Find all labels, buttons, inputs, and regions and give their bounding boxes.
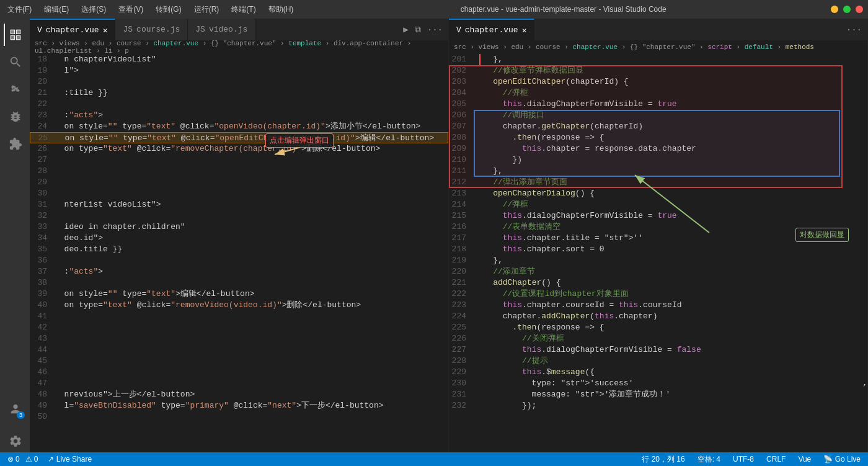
- more-actions-icon[interactable]: ···: [425, 24, 445, 36]
- line-number-right: 207: [449, 121, 474, 132]
- line-text: [55, 188, 448, 199]
- code-line-right-224: 224 chapter.addChapter(this.chapter): [449, 311, 867, 322]
- line-text-right: //提示: [474, 356, 867, 367]
- status-spaces[interactable]: 空格: 4: [695, 454, 723, 465]
- right-code-area[interactable]: 201 },202 //修改章节弹框数据回显203 openEditChatpe…: [449, 54, 867, 452]
- line-text-right: openEditChatper(chapterId) {: [474, 76, 867, 87]
- status-line-ending[interactable]: CRLF: [764, 455, 788, 464]
- code-line-left-23: 23 :"acts">: [30, 110, 448, 121]
- line-number-right: 209: [449, 143, 474, 155]
- line-text: :"acts">: [55, 266, 448, 277]
- minimize-button[interactable]: [831, 6, 838, 13]
- code-line-right-221: 221 addChapter() {: [449, 277, 867, 289]
- line-number-right: 219: [449, 255, 474, 266]
- code-line-left-44: 44: [30, 344, 448, 356]
- right-tabbar: V chapter.vue ✕ ···: [449, 19, 867, 40]
- tab-video-js[interactable]: JS video.js: [188, 19, 255, 40]
- status-go-live[interactable]: 📡 Go Live: [821, 455, 863, 464]
- line-number-right: 202: [449, 65, 474, 76]
- code-line-left-49: 49 l="saveBtnDisabled" type="primary" @c…: [30, 400, 448, 411]
- line-text-right: message: "str">'添加章节成功！': [474, 389, 867, 400]
- line-text: on style="" type="text" @click="openVide…: [55, 121, 448, 132]
- left-code-area[interactable]: 18 n chapterVideoList"19 l">2021 :title …: [30, 54, 448, 452]
- tab-chapter-vue-left[interactable]: V chapter.vue ✕: [30, 19, 115, 40]
- line-number: 20: [30, 76, 55, 87]
- line-text: on type="text" @click="removeChapter(cha…: [55, 143, 448, 155]
- line-number-right: 210: [449, 155, 474, 166]
- line-number-right: 204: [449, 87, 474, 99]
- line-number: 32: [30, 210, 55, 222]
- line-number: 46: [30, 367, 55, 378]
- code-line-right-219: 219 },: [449, 255, 867, 266]
- split-editor-icon[interactable]: ⧉: [413, 24, 423, 36]
- line-text-right: //修改章节弹框数据回显: [474, 65, 867, 76]
- menu-bar[interactable]: 文件(F) 编辑(E) 选择(S) 查看(V) 转到(G) 运行(R) 终端(T…: [5, 3, 296, 16]
- menu-goto[interactable]: 转到(G): [153, 3, 184, 16]
- run-icon[interactable]: ▶: [401, 23, 410, 36]
- status-live-share[interactable]: ↗ Live Share: [45, 455, 94, 464]
- activity-account[interactable]: 3: [4, 398, 26, 420]
- error-count: 0: [16, 455, 20, 464]
- breadcrumb-path-right: src › views › edu › course › chapter.vue…: [454, 43, 814, 51]
- line-number-right: 228: [449, 356, 474, 367]
- breadcrumb-path-left: src › views › edu › course › chapter.vue…: [35, 40, 443, 55]
- line-text-right: addChapter() {: [474, 277, 867, 289]
- line-number-right: 215: [449, 210, 474, 222]
- tab-label-course: course.js: [136, 25, 180, 34]
- tab-close-right[interactable]: ✕: [522, 25, 527, 35]
- line-text: [55, 322, 448, 333]
- menu-terminal[interactable]: 终端(T): [229, 3, 258, 16]
- js-icon-course: JS: [123, 25, 133, 34]
- status-line-col[interactable]: 行 20，列 16: [639, 454, 687, 465]
- tab-chapter-vue-right[interactable]: V chapter.vue ✕: [449, 19, 534, 40]
- activity-debug[interactable]: [4, 105, 26, 128]
- menu-run[interactable]: 运行(R): [192, 3, 222, 16]
- line-number-right: 223: [449, 300, 474, 311]
- window-controls[interactable]: [831, 6, 863, 13]
- menu-view[interactable]: 查看(V): [116, 3, 146, 16]
- activity-extensions[interactable]: [4, 133, 26, 155]
- menu-select[interactable]: 选择(S): [79, 3, 108, 16]
- more-right-icon[interactable]: ···: [844, 24, 864, 36]
- line-text-right: //弹框: [474, 199, 867, 210]
- status-language[interactable]: Vue: [795, 455, 813, 464]
- code-line-right-229: 229 this.$message({: [449, 367, 867, 378]
- line-text: on type="text" @click="removeVideo(video…: [55, 300, 448, 311]
- line-number-right: 213: [449, 188, 474, 199]
- activity-search[interactable]: [4, 51, 26, 73]
- activity-settings[interactable]: [4, 430, 26, 452]
- code-line-right-231: 231 message: "str">'添加章节成功！': [449, 389, 867, 400]
- status-encoding[interactable]: UTF-8: [730, 455, 756, 464]
- code-line-left-33: 33 ideo in chapter.children": [30, 222, 448, 233]
- code-line-right-215: 215 this.dialogChapterFormVisible = true: [449, 210, 867, 222]
- line-number: 26: [30, 143, 55, 155]
- close-button[interactable]: [856, 6, 863, 13]
- line-text-right: //表单数据清空: [474, 222, 867, 233]
- warning-icon: ⚠: [25, 455, 32, 464]
- line-text: [55, 367, 448, 378]
- activity-explorer[interactable]: [4, 24, 26, 46]
- line-text: [55, 333, 448, 344]
- maximize-button[interactable]: [843, 6, 851, 13]
- menu-help[interactable]: 帮助(H): [266, 3, 296, 16]
- line-number-right: 206: [449, 110, 474, 121]
- menu-file[interactable]: 文件(F): [5, 3, 34, 16]
- tab-course-js[interactable]: JS course.js: [115, 19, 188, 40]
- line-text-right: this.chapter = response.data.chapter: [474, 143, 867, 155]
- line-text-right: }): [474, 155, 867, 166]
- activity-source-control[interactable]: [4, 78, 26, 101]
- line-number-right: 212: [449, 177, 474, 188]
- code-line-left-18: 18 n chapterVideoList": [30, 54, 448, 65]
- line-text: [55, 155, 448, 166]
- status-errors[interactable]: ⊗ 0 ⚠ 0: [5, 455, 40, 464]
- tab-close-left[interactable]: ✕: [103, 25, 108, 35]
- error-icon: ⊗: [7, 455, 14, 464]
- menu-edit[interactable]: 编辑(E): [42, 3, 71, 16]
- line-number: 42: [30, 322, 55, 333]
- activity-bar: 3: [0, 19, 30, 452]
- line-number: 35: [30, 244, 55, 255]
- line-text-right: //调用接口: [474, 110, 867, 121]
- code-line-left-31: 31 nterList videoList">: [30, 199, 448, 210]
- code-line-right-214: 214 //弹框: [449, 199, 867, 210]
- line-number-right: 224: [449, 311, 474, 322]
